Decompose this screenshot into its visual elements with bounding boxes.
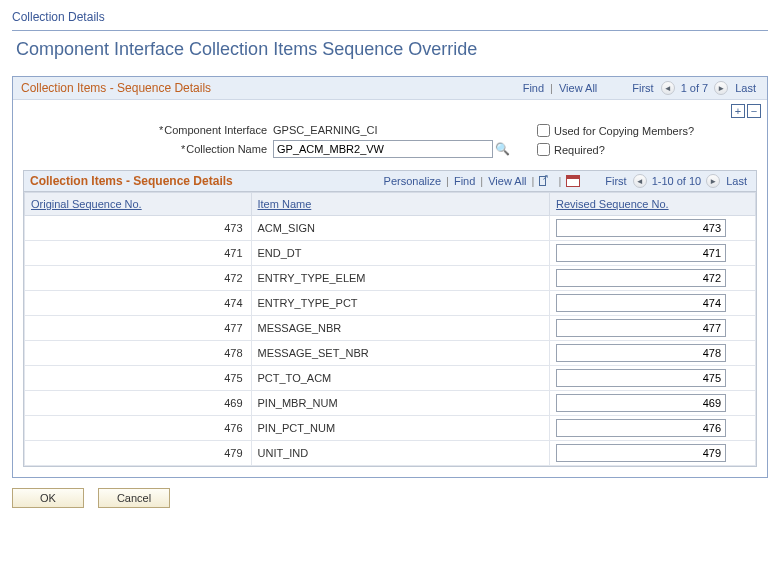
scroll-area: Collection Items - Sequence Details Find… <box>12 76 768 478</box>
original-seq-cell: 469 <box>25 391 252 416</box>
scroll-first-label[interactable]: First <box>629 82 656 94</box>
grid-find-link[interactable]: Find <box>454 175 475 187</box>
scroll-next-icon[interactable]: ► <box>714 81 728 95</box>
revised-seq-cell <box>550 391 756 416</box>
revised-seq-cell <box>550 266 756 291</box>
original-seq-cell: 479 <box>25 441 252 466</box>
revised-seq-cell <box>550 216 756 241</box>
separator: | <box>550 82 553 94</box>
item-name-cell: END_DT <box>251 241 550 266</box>
grid: Collection Items - Sequence Details Pers… <box>23 170 757 467</box>
item-name-cell: PIN_PCT_NUM <box>251 416 550 441</box>
revised-seq-input[interactable] <box>556 369 726 387</box>
ci-value: GPSC_EARNING_CI <box>273 124 378 136</box>
revised-seq-input[interactable] <box>556 219 726 237</box>
original-seq-cell: 473 <box>25 216 252 241</box>
item-name-cell: MESSAGE_SET_NBR <box>251 341 550 366</box>
table-row: 471END_DT <box>25 241 756 266</box>
grid-last-label[interactable]: Last <box>723 175 750 187</box>
grid-next-icon[interactable]: ► <box>706 174 720 188</box>
revised-seq-input[interactable] <box>556 344 726 362</box>
add-row-icon[interactable]: + <box>731 104 745 118</box>
revised-seq-input[interactable] <box>556 269 726 287</box>
revised-seq-cell <box>550 366 756 391</box>
page-tab: Collection Details <box>12 8 768 31</box>
scroll-nav-text: 1 of 7 <box>679 82 711 94</box>
scroll-prev-icon[interactable]: ◄ <box>661 81 675 95</box>
table-row: 469PIN_MBR_NUM <box>25 391 756 416</box>
scroll-viewall-link[interactable]: View All <box>559 82 597 94</box>
revised-seq-input[interactable] <box>556 294 726 312</box>
original-seq-cell: 477 <box>25 316 252 341</box>
separator: | <box>480 175 483 187</box>
item-name-cell: ENTRY_TYPE_PCT <box>251 291 550 316</box>
used-for-copying-checkbox[interactable] <box>537 124 550 137</box>
original-seq-cell: 474 <box>25 291 252 316</box>
revised-seq-input[interactable] <box>556 244 726 262</box>
required-checkbox[interactable] <box>537 143 550 156</box>
lookup-icon[interactable]: 🔍 <box>495 142 510 156</box>
grid-viewall-link[interactable]: View All <box>488 175 526 187</box>
ok-button[interactable]: OK <box>12 488 84 508</box>
separator: | <box>558 175 561 187</box>
item-name-cell: UNIT_IND <box>251 441 550 466</box>
revised-seq-input[interactable] <box>556 419 726 437</box>
download-icon[interactable] <box>566 174 580 188</box>
revised-seq-input[interactable] <box>556 444 726 462</box>
table-row: 478MESSAGE_SET_NBR <box>25 341 756 366</box>
table-row: 474ENTRY_TYPE_PCT <box>25 291 756 316</box>
ci-label: Component Interface <box>23 124 273 136</box>
required-label: Required? <box>554 144 605 156</box>
scroll-find-link[interactable]: Find <box>523 82 544 94</box>
item-name-cell: ENTRY_TYPE_ELEM <box>251 266 550 291</box>
table-row: 473ACM_SIGN <box>25 216 756 241</box>
used-for-copying-label: Used for Copying Members? <box>554 125 694 137</box>
scroll-title: Collection Items - Sequence Details <box>21 81 211 95</box>
original-seq-cell: 476 <box>25 416 252 441</box>
revised-seq-cell <box>550 416 756 441</box>
col-original-seq[interactable]: Original Sequence No. <box>25 193 252 216</box>
col-revised-seq[interactable]: Revised Sequence No. <box>550 193 756 216</box>
revised-seq-cell <box>550 316 756 341</box>
scroll-last-label[interactable]: Last <box>732 82 759 94</box>
item-name-cell: ACM_SIGN <box>251 216 550 241</box>
table-row: 476PIN_PCT_NUM <box>25 416 756 441</box>
revised-seq-input[interactable] <box>556 394 726 412</box>
grid-nav-text: 1-10 of 10 <box>650 175 704 187</box>
scroll-header: Collection Items - Sequence Details Find… <box>13 77 767 100</box>
item-name-cell: MESSAGE_NBR <box>251 316 550 341</box>
delete-row-icon[interactable]: − <box>747 104 761 118</box>
cancel-button[interactable]: Cancel <box>98 488 170 508</box>
separator: | <box>446 175 449 187</box>
original-seq-cell: 472 <box>25 266 252 291</box>
col-item-name[interactable]: Item Name <box>251 193 550 216</box>
grid-title: Collection Items - Sequence Details <box>30 174 233 188</box>
original-seq-cell: 471 <box>25 241 252 266</box>
collection-name-input[interactable] <box>273 140 493 158</box>
separator: | <box>532 175 535 187</box>
original-seq-cell: 475 <box>25 366 252 391</box>
grid-personalize-link[interactable]: Personalize <box>384 175 441 187</box>
table-row: 477MESSAGE_NBR <box>25 316 756 341</box>
revised-seq-cell <box>550 241 756 266</box>
revised-seq-input[interactable] <box>556 319 726 337</box>
table-row: 479UNIT_IND <box>25 441 756 466</box>
item-name-cell: PIN_MBR_NUM <box>251 391 550 416</box>
item-name-cell: PCT_TO_ACM <box>251 366 550 391</box>
page-title: Component Interface Collection Items Seq… <box>16 39 768 60</box>
revised-seq-cell <box>550 291 756 316</box>
collection-name-label: Collection Name <box>23 143 273 155</box>
table-row: 472ENTRY_TYPE_ELEM <box>25 266 756 291</box>
revised-seq-cell <box>550 441 756 466</box>
grid-prev-icon[interactable]: ◄ <box>633 174 647 188</box>
table-row: 475PCT_TO_ACM <box>25 366 756 391</box>
original-seq-cell: 478 <box>25 341 252 366</box>
revised-seq-cell <box>550 341 756 366</box>
zoom-icon[interactable] <box>539 174 553 188</box>
grid-first-label[interactable]: First <box>602 175 629 187</box>
